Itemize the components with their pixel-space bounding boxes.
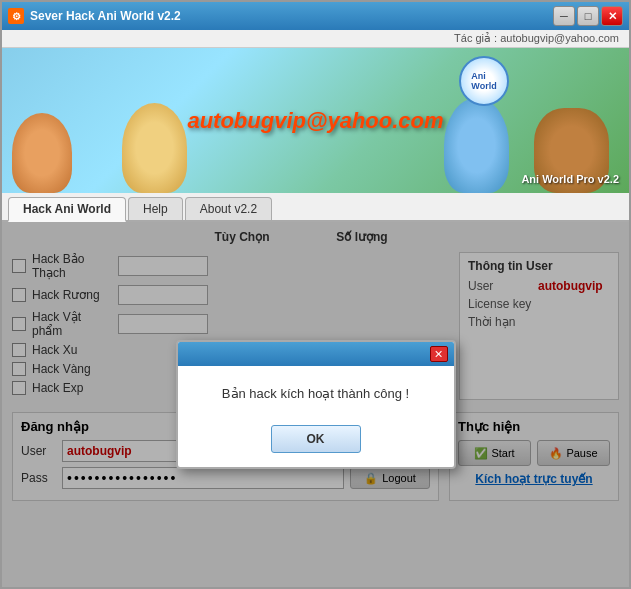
character-1 [12, 113, 72, 193]
banner: AniWorld autobugvip@yahoo.com Ani World … [2, 48, 629, 193]
dialog-title-bar: ✕ [178, 342, 454, 366]
main-window: ⚙ Sever Hack Ani World v2.2 ─ □ ✕ Tác gi… [0, 0, 631, 589]
window-title: Sever Hack Ani World v2.2 [30, 9, 181, 23]
title-bar-left: ⚙ Sever Hack Ani World v2.2 [8, 8, 181, 24]
character-3 [444, 98, 509, 193]
dialog-body: Bản hack kích hoạt thành công ! [178, 366, 454, 417]
banner-email: autobugvip@yahoo.com [187, 108, 443, 134]
banner-watermark: Ani World Pro v2.2 [521, 173, 619, 185]
tab-bar: Hack Ani World Help About v2.2 [2, 193, 629, 222]
dialog-close-button[interactable]: ✕ [430, 346, 448, 362]
tab-hack-ani-world[interactable]: Hack Ani World [8, 197, 126, 222]
title-bar-buttons: ─ □ ✕ [553, 6, 623, 26]
logo-badge: AniWorld [459, 56, 509, 106]
dialog-footer: OK [178, 417, 454, 467]
author-text: Tác giả : autobugvip@yahoo.com [454, 32, 619, 44]
dialog-overlay: ✕ Bản hack kích hoạt thành công ! OK [2, 222, 629, 587]
character-2 [122, 103, 187, 193]
dialog-ok-button[interactable]: OK [271, 425, 361, 453]
tab-about[interactable]: About v2.2 [185, 197, 272, 220]
close-button[interactable]: ✕ [601, 6, 623, 26]
content-area: Tùy Chọn Số lượng Hack Bảo Thạch Hack Rư… [2, 222, 629, 587]
success-dialog: ✕ Bản hack kích hoạt thành công ! OK [176, 340, 456, 469]
logo-text: AniWorld [471, 71, 496, 91]
maximize-button[interactable]: □ [577, 6, 599, 26]
dialog-message: Bản hack kích hoạt thành công ! [222, 386, 409, 401]
author-bar: Tác giả : autobugvip@yahoo.com [2, 30, 629, 48]
app-icon: ⚙ [8, 8, 24, 24]
title-bar: ⚙ Sever Hack Ani World v2.2 ─ □ ✕ [2, 2, 629, 30]
tab-help[interactable]: Help [128, 197, 183, 220]
minimize-button[interactable]: ─ [553, 6, 575, 26]
